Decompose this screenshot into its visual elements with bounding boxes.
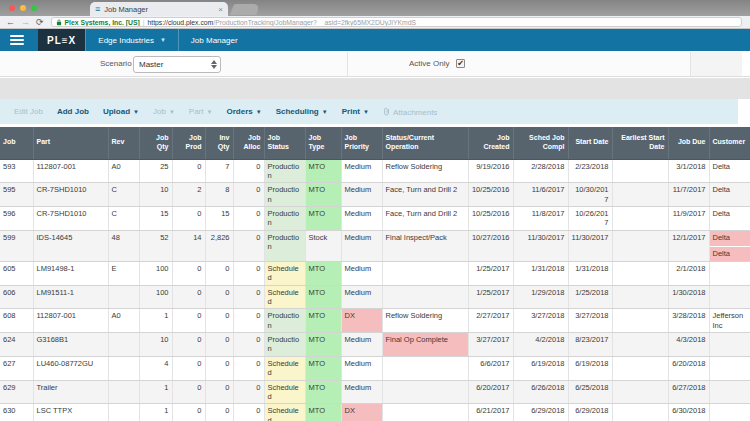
column-header-job-prod[interactable]: Job Prod (172, 127, 205, 159)
column-header-job-priority[interactable]: Job Priority (341, 127, 382, 159)
column-header-rev[interactable]: Rev (108, 127, 139, 159)
cell-rev: A0 (108, 309, 139, 333)
cell-part: CR-7SHD1010 (33, 207, 108, 231)
cell-job-priority: DX (341, 309, 382, 333)
cell-operation: Face, Turn and Drill 2 (382, 183, 468, 207)
column-header-part[interactable]: Part (33, 127, 108, 159)
cell-part: CR-7SHD1010 (33, 183, 108, 207)
cell-rev (108, 285, 139, 309)
cell-job-priority: Medium (341, 333, 382, 357)
page-title: Job Manager (179, 29, 250, 51)
paperclip-icon (383, 107, 390, 116)
cell-customer (709, 404, 750, 421)
cell-job: 627 (0, 356, 33, 380)
cell-job-type: MTO (305, 183, 341, 207)
cell-job-status: Scheduled (264, 356, 305, 380)
menu-icon[interactable] (10, 35, 24, 45)
close-tab-icon[interactable]: × (218, 5, 223, 14)
cell-job-type: MTO (305, 333, 341, 357)
action-toolbar: Edit JobAdd JobUpload▼Job▼Part▼Orders▼Sc… (0, 99, 738, 124)
plex-logo[interactable]: PL≡X (38, 29, 85, 51)
cell-job-type: MTO (305, 159, 341, 183)
cell-rev: C (108, 207, 139, 231)
cell-rev: 48 (108, 230, 139, 261)
upload-button[interactable]: Upload▼ (103, 107, 139, 116)
cell-inv-qty: 0 (205, 285, 233, 309)
table-row[interactable]: 605LM91498-1E100000ScheduledMTOMedium1/2… (0, 261, 750, 285)
table-row[interactable]: 593112807-001A025070ProductionMTOMediumR… (0, 159, 750, 183)
column-header-job[interactable]: Job (0, 127, 33, 159)
add-job-button[interactable]: Add Job (57, 107, 89, 116)
forward-icon[interactable]: → (21, 18, 30, 27)
table-row[interactable]: 624G3168B110000ProductionMTOMediumFinal … (0, 333, 750, 357)
cell-earliest-start-date (612, 207, 668, 231)
cell-start-date: 1/25/2018 (568, 285, 612, 309)
cell-job-type: MTO (305, 404, 341, 421)
customer-value: Delta (710, 246, 750, 261)
cell-start-date: 6/29/2018 (568, 404, 612, 421)
column-header-earliest-start-date[interactable]: Earliest Start Date (612, 127, 668, 159)
cell-job-status: Production (264, 183, 305, 207)
cell-customer (709, 356, 750, 380)
cell-job-prod: 0 (172, 356, 205, 380)
cell-part: 112807-001 (33, 309, 108, 333)
column-header-job-status[interactable]: Job Status (264, 127, 305, 159)
cell-job-prod: 0 (172, 285, 205, 309)
cell-inv-qty: 15 (205, 207, 233, 231)
cell-start-date: 11/30/2017 (568, 230, 612, 261)
back-icon[interactable]: ← (6, 18, 15, 27)
table-row[interactable]: 608112807-001A01000ProductionMTODXReflow… (0, 309, 750, 333)
browser-tab[interactable]: ≡ Job Manager × (90, 2, 228, 16)
new-tab-button[interactable] (230, 4, 260, 15)
chevron-down-icon: ▼ (169, 109, 175, 115)
active-only-checkbox[interactable]: ✔ (456, 59, 465, 68)
cell-part: LM91511-1 (33, 285, 108, 309)
cell-job-prod: 0 (172, 207, 205, 231)
column-header-operation[interactable]: Status/Current Operation (382, 127, 468, 159)
table-row[interactable]: 630LSC TTPX1000ScheduledMTODX6/21/20176/… (0, 404, 750, 421)
maximize-window-button[interactable] (31, 5, 37, 11)
column-header-start-date[interactable]: Start Date (568, 127, 612, 159)
browser-url-bar: ← → ⟳ Plex Systems, Inc. [US] | https://… (0, 16, 750, 29)
address-bar[interactable]: Plex Systems, Inc. [US] | https://cloud.… (51, 17, 742, 27)
spacer-band (0, 78, 750, 99)
cell-job-prod: 2 (172, 183, 205, 207)
column-header-customer[interactable]: Customer (709, 127, 750, 159)
cell-job-priority: Medium (341, 261, 382, 285)
cell-job-status: Production (264, 207, 305, 231)
cell-job-type: Stock (305, 230, 341, 261)
cell-earliest-start-date (612, 183, 668, 207)
print-button[interactable]: Print▼ (342, 107, 369, 116)
orders-button[interactable]: Orders▼ (226, 107, 261, 116)
scenario-value: Master (139, 60, 163, 69)
table-row[interactable]: 599IDS-146454852142,8260ProductionStockM… (0, 230, 750, 261)
close-window-button[interactable] (9, 5, 15, 11)
table-row[interactable]: 595CR-7SHD1010C10280ProductionMTOMediumF… (0, 183, 750, 207)
column-header-sched-job-compl[interactable]: Sched Job Compl (513, 127, 568, 159)
cell-job-created: 3/27/2017 (468, 333, 513, 357)
minimize-window-button[interactable] (20, 5, 26, 11)
table-row[interactable]: 629Trailer1000ScheduledMTOMedium6/20/201… (0, 380, 750, 404)
job-button: Job▼ (153, 107, 175, 116)
cell-job-type: MTO (305, 356, 341, 380)
column-header-job-type[interactable]: Job Type (305, 127, 341, 159)
cell-job-created: 6/6/2017 (468, 356, 513, 380)
scenario-select[interactable]: Master (133, 56, 221, 73)
column-header-job-alloc[interactable]: Job Alloc (233, 127, 264, 159)
cell-job: 606 (0, 285, 33, 309)
reload-icon[interactable]: ⟳ (36, 18, 44, 27)
cell-job-due: 6/27/2018 (668, 380, 709, 404)
table-row[interactable]: 627LU460-08772GU4000ScheduledMTOMedium6/… (0, 356, 750, 380)
cell-job-qty: 10 (139, 333, 172, 357)
cell-job-priority: Medium (341, 183, 382, 207)
column-header-inv-qty[interactable]: Inv Qty (205, 127, 233, 159)
cell-job: 593 (0, 159, 33, 183)
column-header-job-qty[interactable]: Job Qty (139, 127, 172, 159)
table-row[interactable]: 596CR-7SHD1010C150150ProductionMTOMedium… (0, 207, 750, 231)
scheduling-button[interactable]: Scheduling▼ (276, 107, 328, 116)
company-selector[interactable]: Edge Industries ▼ (85, 29, 179, 51)
column-header-job-due[interactable]: Job Due (668, 127, 709, 159)
table-row[interactable]: 606LM91511-1100000ScheduledMTOMedium1/25… (0, 285, 750, 309)
plex-favicon-icon: ≡ (95, 5, 100, 14)
column-header-job-created[interactable]: Job Created (468, 127, 513, 159)
